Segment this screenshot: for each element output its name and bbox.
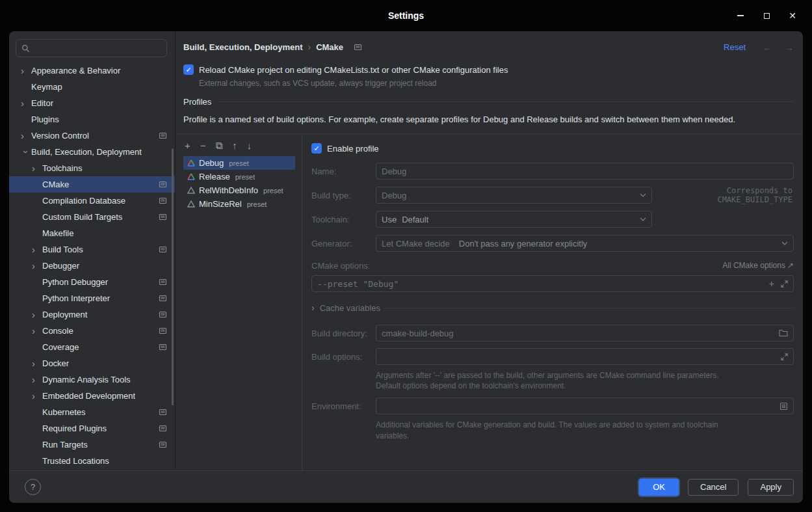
sidebar-item-label: Python Interpreter: [42, 293, 153, 303]
all-cmake-options-link[interactable]: All CMake options ↗: [722, 261, 794, 270]
toolchain-select[interactable]: Use Default: [376, 211, 652, 228]
sidebar-scrollbar[interactable]: [172, 148, 174, 405]
search-icon: [21, 44, 30, 53]
breadcrumb-cmake[interactable]: CMake: [316, 42, 343, 52]
sidebar-item-console[interactable]: ›Console: [9, 323, 175, 339]
edit-variables-icon[interactable]: [779, 402, 788, 411]
sidebar-item-label: Keymap: [31, 82, 167, 92]
project-settings-icon: [159, 343, 167, 351]
sidebar-item-build-tools[interactable]: ›Build Tools: [9, 241, 175, 258]
reset-link[interactable]: Reset: [724, 42, 746, 52]
settings-sidebar: ›Appearance & BehaviorKeymap›EditorPlugi…: [9, 31, 176, 470]
name-row: Name: Debug: [311, 163, 794, 180]
folder-icon[interactable]: [779, 329, 788, 337]
back-icon[interactable]: ←: [763, 42, 772, 53]
ok-button[interactable]: OK: [639, 479, 679, 496]
sidebar-item-coverage[interactable]: Coverage: [9, 339, 175, 355]
sidebar-item-python-interpreter[interactable]: Python Interpreter: [9, 290, 175, 306]
chevron-right-icon: ›: [32, 261, 42, 271]
sidebar-item-python-debugger[interactable]: Python Debugger: [9, 274, 175, 290]
profile-item-minsizerel[interactable]: MinSizeRelpreset: [183, 197, 295, 211]
sidebar-item-debugger[interactable]: ›Debugger: [9, 258, 175, 274]
sidebar-item-embedded-development[interactable]: ›Embedded Development: [9, 388, 175, 404]
build-directory-input[interactable]: cmake-build-debug: [376, 325, 794, 342]
maximize-button[interactable]: [761, 10, 772, 21]
history-nav: ← →: [763, 42, 794, 53]
chevron-right-icon: ›: [32, 245, 42, 254]
expand-icon[interactable]: [781, 353, 788, 360]
generator-prefix: Let CMake decide: [382, 239, 450, 249]
name-input[interactable]: Debug: [376, 163, 794, 180]
project-settings-icon: [159, 196, 167, 205]
build-type-select[interactable]: Debug: [376, 187, 652, 204]
sidebar-item-label: Trusted Locations: [42, 456, 167, 466]
expand-icon[interactable]: [781, 280, 788, 288]
sidebar-item-docker[interactable]: ›Docker: [9, 355, 175, 371]
sidebar-item-trusted-locations[interactable]: Trusted Locations: [9, 453, 175, 469]
sidebar-item-editor[interactable]: ›Editor: [9, 95, 175, 111]
generator-value: Don't pass any generator explicitly: [459, 239, 588, 249]
reload-checkbox-label[interactable]: Reload CMake project on editing CMakeLis…: [199, 65, 508, 75]
generator-label: Generator:: [311, 239, 376, 249]
cmake-options-input[interactable]: --preset "Debug" +: [311, 275, 794, 292]
sidebar-item-version-control[interactable]: ›Version Control: [9, 128, 175, 144]
sidebar-item-toolchains[interactable]: ›Toolchains: [9, 160, 175, 176]
sidebar-item-kubernetes[interactable]: Kubernetes: [9, 404, 175, 420]
sidebar-item-keymap[interactable]: Keymap: [9, 79, 175, 95]
footer-buttons: OK Cancel Apply: [639, 479, 794, 496]
generator-select[interactable]: Let CMake decide Don't pass any generato…: [376, 235, 794, 252]
sidebar-item-run-targets[interactable]: Run Targets: [9, 437, 175, 453]
sidebar-item-makefile[interactable]: Makefile: [9, 225, 175, 241]
chevron-right-icon: ›: [32, 326, 42, 336]
sidebar-item-custom-build-targets[interactable]: Custom Build Targets: [9, 209, 175, 225]
enable-profile-label[interactable]: Enable profile: [327, 144, 379, 154]
minimize-button[interactable]: [735, 10, 746, 21]
sidebar-item-compilation-database[interactable]: Compilation Database: [9, 193, 175, 209]
sidebar-item-required-plugins[interactable]: Required Plugins: [9, 420, 175, 437]
sidebar-item-plugins[interactable]: Plugins: [9, 111, 175, 128]
cmake-profile-icon: [187, 200, 195, 208]
build-type-value: Debug: [382, 191, 406, 200]
sidebar-item-label: Toolchains: [42, 163, 167, 173]
build-directory-value: cmake-build-debug: [382, 329, 454, 338]
reload-checkbox-row: ✓ Reload CMake project on editing CMakeL…: [183, 64, 794, 75]
add-profile-button[interactable]: +: [185, 141, 190, 150]
sidebar-item-dynamic-analysis-tools[interactable]: ›Dynamic Analysis Tools: [9, 371, 175, 388]
profile-item-debug[interactable]: Debugpreset: [183, 156, 295, 170]
profile-preset-badge: preset: [229, 159, 249, 167]
remove-profile-button[interactable]: −: [200, 141, 206, 150]
move-down-button[interactable]: ↓: [247, 141, 252, 150]
cmake-options-field-row: --preset "Debug" +: [311, 275, 794, 292]
close-button[interactable]: ✕: [787, 10, 798, 21]
cancel-button[interactable]: Cancel: [688, 479, 739, 496]
project-settings-icon: [159, 180, 167, 189]
help-button[interactable]: ?: [25, 479, 41, 495]
cache-variables-label: Cache variables: [320, 303, 380, 313]
settings-dialog: ›Appearance & BehaviorKeymap›EditorPlugi…: [9, 31, 803, 503]
environment-input[interactable]: [376, 397, 794, 414]
add-option-icon[interactable]: +: [769, 278, 774, 289]
settings-search-box[interactable]: [16, 39, 167, 57]
profile-item-relwithdebinfo[interactable]: RelWithDebInfopreset: [183, 183, 295, 197]
build-options-input[interactable]: [376, 348, 794, 365]
sidebar-item-cmake[interactable]: CMake: [9, 176, 175, 193]
move-up-button[interactable]: ↑: [232, 141, 237, 150]
all-cmake-options-text: All CMake options: [722, 261, 785, 270]
copy-profile-button[interactable]: ⧉: [216, 141, 223, 150]
forward-icon[interactable]: →: [784, 42, 794, 53]
toolchain-prefix: Use: [382, 215, 397, 224]
build-options-help-line2: Default options depend on the toolchain'…: [376, 381, 794, 391]
sidebar-item-build-execution-deployment[interactable]: ›Build, Execution, Deployment: [9, 144, 175, 160]
profile-item-release[interactable]: Releasepreset: [183, 170, 295, 183]
sidebar-item-label: Kubernetes: [42, 407, 153, 417]
sidebar-item-deployment[interactable]: ›Deployment: [9, 306, 175, 323]
breadcrumb-build-execution-deployment[interactable]: Build, Execution, Deployment: [183, 42, 302, 52]
apply-button[interactable]: Apply: [748, 479, 794, 496]
chevron-right-icon: ›: [32, 163, 42, 173]
settings-search-input[interactable]: [33, 44, 161, 53]
reload-checkbox[interactable]: ✓: [183, 64, 194, 75]
sidebar-item-appearance-behavior[interactable]: ›Appearance & Behavior: [9, 62, 175, 79]
enable-profile-checkbox[interactable]: ✓: [311, 143, 322, 154]
cache-variables-toggle[interactable]: › Cache variables: [311, 303, 794, 313]
breadcrumb-separator-icon: ›: [308, 42, 311, 52]
